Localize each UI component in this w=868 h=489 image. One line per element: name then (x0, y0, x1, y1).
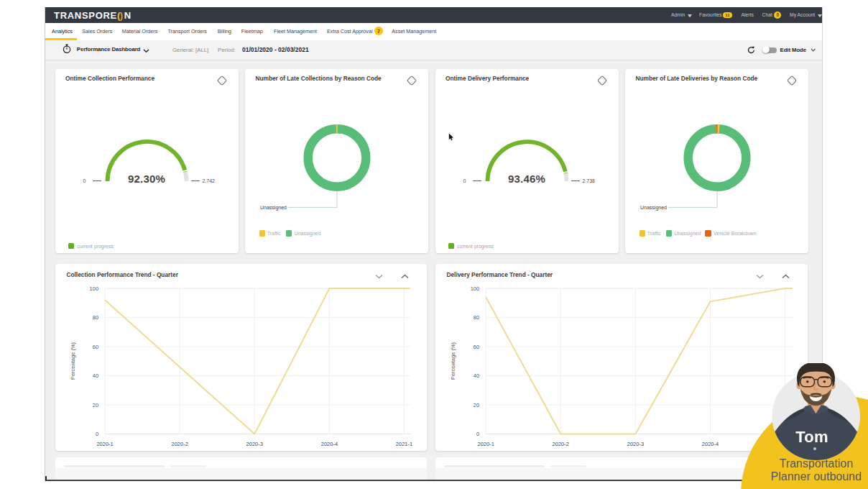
svg-text:0: 0 (95, 431, 98, 437)
svg-text:2020-2: 2020-2 (552, 440, 568, 447)
svg-text:2020-4: 2020-4 (320, 440, 337, 447)
svg-text:60: 60 (473, 343, 479, 349)
svg-text:2020-3: 2020-3 (246, 440, 262, 447)
svg-text:40: 40 (473, 373, 479, 379)
svg-text:2020-1: 2020-1 (477, 440, 494, 447)
svg-text:2020-1: 2020-1 (96, 440, 113, 447)
svg-text:2020-4: 2020-4 (701, 440, 718, 447)
svg-text:Percentage (%): Percentage (%) (70, 342, 76, 380)
svg-text:80: 80 (92, 314, 98, 321)
svg-text:20: 20 (92, 401, 98, 408)
svg-text:20: 20 (473, 401, 479, 408)
svg-text:80: 80 (473, 314, 479, 321)
svg-text:Percentage (%): Percentage (%) (450, 342, 456, 380)
svg-text:2020-2: 2020-2 (171, 440, 188, 447)
svg-text:2020-3: 2020-3 (627, 440, 643, 447)
svg-text:60: 60 (92, 343, 98, 349)
svg-text:2021-1: 2021-1 (395, 440, 412, 447)
svg-text:0: 0 (476, 431, 479, 437)
svg-text:40: 40 (92, 373, 98, 379)
svg-text:100: 100 (470, 285, 479, 291)
svg-text:100: 100 (89, 285, 98, 291)
